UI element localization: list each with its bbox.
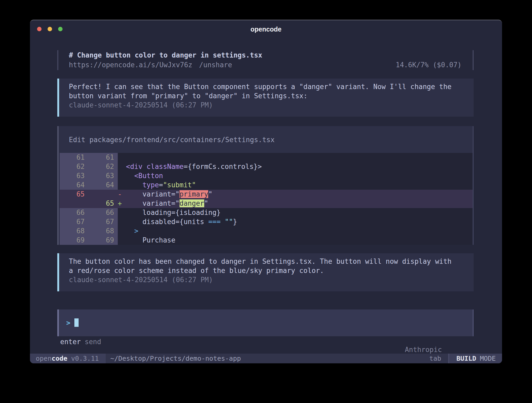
session-subheader: https://opencode.ai/s/UwJxv76z /unshare … bbox=[69, 60, 473, 70]
working-directory: ~/Desktop/Projects/demo-notes-app bbox=[110, 355, 241, 362]
session-view: # Change button color to danger in setti… bbox=[30, 38, 502, 354]
session-header: # Change button color to danger in setti… bbox=[57, 50, 474, 70]
diff-row: 6666 loading={isLoading} bbox=[60, 208, 473, 217]
enter-key-hint: enter bbox=[60, 338, 81, 354]
assistant-message: Perfect! I can see that the Button compo… bbox=[57, 79, 474, 117]
message-model-timestamp: claude-sonnet-4-20250514 (06:27 PM) bbox=[69, 275, 466, 285]
diff-row: 6767 disabled={units === ""} bbox=[60, 217, 473, 226]
message-text-line: The button color has been changed to dan… bbox=[69, 257, 466, 266]
app-version: v0.3.11 bbox=[71, 355, 99, 362]
mode-label: MODE bbox=[480, 355, 496, 362]
diff-row: 6969 Purchase bbox=[60, 236, 473, 245]
send-action-label: send bbox=[85, 338, 101, 354]
prompt-input[interactable]: > bbox=[57, 309, 474, 336]
diff-row: 6868 > bbox=[60, 226, 473, 236]
diff-row: 65- variant="primary" bbox=[60, 190, 473, 199]
app-version-chip: opencode v0.3.11 bbox=[30, 354, 106, 363]
statusbar-right: tab BUILD MODE bbox=[429, 354, 502, 363]
app-window: opencode # Change button color to danger… bbox=[30, 20, 502, 363]
titlebar: opencode bbox=[30, 20, 502, 38]
mode-name: BUILD bbox=[457, 355, 476, 362]
message-text-line: a red/rose color scheme instead of the b… bbox=[69, 266, 466, 275]
diff-row: 6464 type="submit" bbox=[60, 180, 473, 190]
app-name-code: code bbox=[52, 355, 67, 362]
token-cost-stats: 14.6K/7% ($0.07) bbox=[396, 60, 473, 70]
message-model-timestamp: claude-sonnet-4-20250514 (06:27 PM) bbox=[69, 101, 466, 110]
app-name-open: open bbox=[36, 355, 52, 362]
diff-row: 6363 <Button bbox=[60, 171, 473, 180]
text-cursor bbox=[74, 318, 79, 327]
status-bar: opencode v0.3.11 ~/Desktop/Projects/demo… bbox=[30, 354, 502, 363]
hint-row: enter send Anthropic Claude Sonnet 4 bbox=[57, 338, 474, 354]
message-text-line: button variant from "primary" to "danger… bbox=[69, 91, 466, 101]
mode-indicator[interactable]: BUILD MODE bbox=[449, 354, 502, 363]
diff-row: 6262 <div className={formCs.controls}> bbox=[60, 162, 473, 171]
diff-row: 65+ variant="danger" bbox=[60, 199, 473, 208]
tab-key-hint: tab bbox=[429, 355, 441, 362]
share-url[interactable]: https://opencode.ai/s/UwJxv76z bbox=[69, 60, 192, 70]
assistant-message: The button color has been changed to dan… bbox=[57, 253, 474, 291]
edit-tool-title: Edit packages/frontend/src/containers/Se… bbox=[59, 126, 473, 153]
screen: opencode # Change button color to danger… bbox=[0, 0, 532, 403]
prompt-symbol: > bbox=[66, 319, 70, 327]
message-text-line: Perfect! I can see that the Button compo… bbox=[69, 82, 466, 91]
model-indicator: Anthropic Claude Sonnet 4 bbox=[364, 338, 470, 354]
edit-tool-card: Edit packages/frontend/src/containers/Se… bbox=[57, 126, 474, 245]
window-title: opencode bbox=[30, 25, 502, 33]
diff-rows: 61616262 <div className={formCs.controls… bbox=[59, 153, 473, 245]
model-provider: Anthropic bbox=[405, 346, 442, 354]
unshare-command[interactable]: /unshare bbox=[199, 60, 232, 70]
diff-row: 6161 bbox=[60, 153, 473, 162]
session-title: # Change button color to danger in setti… bbox=[69, 50, 473, 60]
